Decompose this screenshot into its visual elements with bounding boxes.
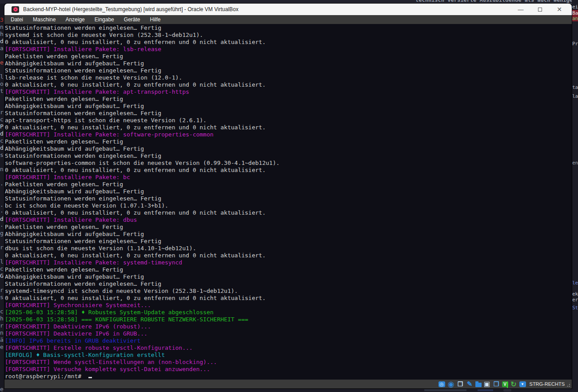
- terminal-line: Statusinformationen werden eingelesen… F…: [5, 195, 572, 202]
- background-text-fragment: e: [0, 59, 4, 66]
- background-text-fragment: e: [0, 344, 4, 351]
- terminal-line: [2025-06-03 15:28:58] ♦ Robustes System-…: [5, 309, 572, 316]
- terminal-line: [FORTSCHRITT] Installiere Pakete: system…: [5, 259, 572, 266]
- background-text-fragment: ä: [0, 336, 4, 344]
- menu-item-maschine[interactable]: Maschine: [28, 16, 60, 24]
- terminal-prompt-line: root@raspberrypi:/mnt#: [5, 373, 572, 380]
- terminal-line: Statusinformationen werden eingelesen… F…: [5, 280, 572, 288]
- maximize-button[interactable]: [531, 4, 549, 15]
- menu-item-hilfe[interactable]: Hilfe: [145, 16, 165, 24]
- background-text-fragment: t: [0, 88, 4, 95]
- recording-icon[interactable]: [493, 380, 500, 388]
- background-text-fragment: n: [0, 329, 4, 336]
- status-bar: STRG-RECHTS: [4, 380, 572, 388]
- terminal-line: systemd-timesyncd ist schon die neueste …: [5, 288, 572, 295]
- terminal-line: Paketlisten werden gelesen… Fertig: [5, 53, 572, 60]
- terminal-line: 0 aktualisiert, 0 neu installiert, 0 zu …: [5, 124, 572, 131]
- background-button-fragment: [503, 389, 511, 392]
- background-text-fragment: [424, 389, 466, 391]
- virtualbox-logo-icon: [12, 6, 19, 13]
- terminal-line: 0 aktualisiert, 0 neu installiert, 0 zu …: [5, 167, 572, 174]
- menu-item-eingabe[interactable]: Eingabe: [90, 16, 119, 24]
- features-icon[interactable]: [502, 381, 508, 387]
- background-text-fragment: r: [0, 322, 4, 329]
- shell-prompt: root@raspberrypi:/mnt#: [5, 373, 85, 380]
- terminal-line: lsb-release ist schon die neueste Versio…: [5, 74, 572, 81]
- network-icon[interactable]: [510, 380, 518, 388]
- background-text-fragment: d: [0, 130, 4, 137]
- background-window-left-strip: 3nhdaelotrcPdcdsn..·d·grlcGrschrnäe: [0, 4, 4, 392]
- status-icons: [438, 380, 526, 388]
- background-text-fragment: h: [0, 315, 4, 322]
- terminal-line: [INFO] IPv6 bereits in GRUB deaktiviert: [5, 337, 572, 344]
- virtualbox-window: Backend-MYP-hotel (Hergestellte_Testumge…: [4, 4, 572, 388]
- terminal-line: bc ist schon die neueste Version (1.07.1…: [5, 202, 572, 209]
- background-text-fragment: ·: [0, 208, 4, 216]
- background-text-fragment: r: [0, 244, 4, 251]
- floppy-drives-icon[interactable]: [457, 380, 464, 388]
- background-text-fragment: l: [0, 73, 4, 80]
- terminal-line: systemd ist schon die neueste Version (2…: [5, 32, 572, 39]
- terminal-line: Paketlisten werden gelesen… Fertig: [5, 224, 572, 231]
- terminal-line: Statusinformationen werden eingelesen… F…: [5, 110, 572, 117]
- background-text-fragment: .: [0, 201, 4, 208]
- terminal-line: apt-transport-https ist schon die neuest…: [5, 117, 572, 124]
- terminal-line: [2025-06-03 15:28:58] === KONFIGURIERE R…: [5, 316, 572, 323]
- terminal-line: [FORTSCHRITT] Versuche komplette sysctl-…: [5, 366, 572, 373]
- background-text-fragment: ei: [572, 4, 578, 10]
- maximize-icon: [538, 8, 542, 12]
- background-text-fragment: n: [0, 166, 4, 173]
- background-text-fragment: d: [0, 144, 4, 152]
- keyboard-icon[interactable]: [519, 381, 526, 387]
- terminal-line: 0 aktualisiert, 0 neu installiert, 0 zu …: [5, 81, 572, 88]
- terminal-cursor: [88, 377, 92, 378]
- terminal-line: Paketlisten werden gelesen… Fertig: [5, 266, 572, 273]
- terminal-line: [FORTSCHRITT] Erstelle robuste sysctl-Ko…: [5, 344, 572, 352]
- background-text-fragment: c: [0, 308, 4, 315]
- shared-folders-icon[interactable]: [475, 383, 482, 387]
- terminal-line: Statusinformationen werden eingelesen… F…: [5, 67, 572, 74]
- background-text-fragment: technisch versierte Auszubildende als au…: [415, 0, 576, 4]
- terminal-line: Abhängigkeitsbaum wird aufgebaut… Fertig: [5, 231, 572, 238]
- minimize-button[interactable]: —: [512, 4, 530, 15]
- terminal-line: Abhängigkeitsbaum wird aufgebaut… Fertig: [5, 188, 572, 195]
- optical-drive-icon[interactable]: [447, 380, 455, 388]
- background-text-fragment: c: [0, 116, 4, 123]
- background-window-right-strip: eiBaanPrtallaenhlezekerSt: [572, 0, 578, 392]
- title-bar[interactable]: Backend-MYP-hotel (Hergestellte_Testumge…: [4, 4, 572, 15]
- terminal-line: [FORTSCHRITT] Installiere Pakete: lsb-re…: [5, 46, 572, 53]
- terminal-screen[interactable]: Statusinformationen werden eingelesen… F…: [4, 24, 572, 380]
- terminal-line: Abhängigkeitsbaum wird aufgebaut… Fertig: [5, 273, 572, 280]
- display-icon[interactable]: [483, 380, 491, 388]
- background-text-fragment: c: [0, 265, 4, 272]
- background-window-top-strip: technisch versierte Auszubildende als au…: [0, 0, 578, 4]
- background-text-fragment: e: [0, 386, 4, 392]
- close-button[interactable]: ✕: [550, 4, 568, 15]
- screen: technisch versierte Auszubildende als au…: [0, 0, 578, 392]
- terminal-line: 0 aktualisiert, 0 neu installiert, 0 zu …: [5, 252, 572, 259]
- background-text-fragment: 3: [0, 16, 4, 24]
- terminal-line: Abhängigkeitsbaum wird aufgebaut… Fertig: [5, 60, 572, 67]
- background-text-fragment: tal: [572, 84, 578, 90]
- background-text-fragment: la: [572, 93, 578, 99]
- window-title: Backend-MYP-hotel (Hergestellte_Testumge…: [23, 6, 239, 12]
- terminal-line: 0 aktualisiert, 0 neu installiert, 0 zu …: [5, 295, 572, 302]
- background-text-fragment: ·: [0, 223, 4, 230]
- terminal-line: [FORTSCHRITT] Deaktiviere IPv6 (robust).…: [5, 323, 572, 330]
- menu-item-datei[interactable]: Datei: [6, 16, 28, 24]
- hdd-icon[interactable]: [438, 381, 445, 387]
- terminal-line: Abhängigkeitsbaum wird aufgebaut… Fertig: [5, 103, 572, 110]
- background-text-fragment: G: [0, 272, 4, 280]
- background-text-fragment: r: [0, 109, 4, 116]
- resize-grip[interactable]: [565, 382, 571, 388]
- background-text-fragment: c: [0, 137, 4, 144]
- usb-icon[interactable]: [466, 380, 474, 388]
- terminal-line: [FORTSCHRITT] Deaktiviere IPv6 in GRUB..…: [5, 330, 572, 337]
- background-text-fragment: an: [572, 16, 578, 21]
- background-text-fragment: a: [0, 45, 4, 52]
- background-text-fragment: l: [0, 258, 4, 265]
- menu-item-anzeige[interactable]: Anzeige: [60, 16, 89, 24]
- terminal-line: [ERFOLG] ♦ Basis-sysctl-Konfiguration er…: [5, 352, 572, 359]
- menu-item-gerte[interactable]: Geräte: [119, 16, 145, 24]
- terminal-line: 0 aktualisiert, 0 neu installiert, 0 zu …: [5, 39, 572, 46]
